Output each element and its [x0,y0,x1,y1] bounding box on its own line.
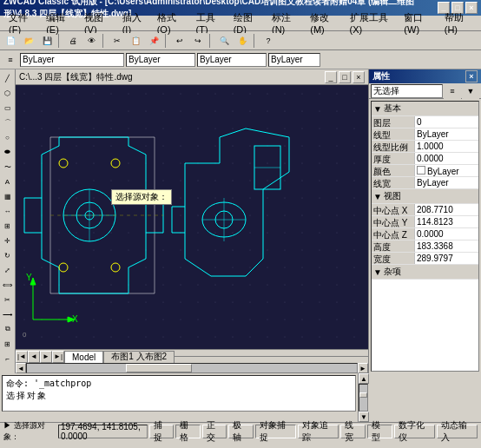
props-row-layer: 图层 0 [372,116,478,128]
props-val-cy[interactable]: 114.8123 [415,216,478,227]
draw-rotate[interactable]: ↻ [1,248,15,262]
status-tablet[interactable]: 数字化仪 [394,425,435,438]
props-val-ltscale[interactable]: 1.0000 [415,141,478,152]
draw-fillet[interactable]: ⌐ [1,352,15,366]
help-button[interactable]: ? [260,33,277,49]
tab-last[interactable]: ►| [52,351,64,363]
scroll-right[interactable]: ► [358,363,368,373]
color-select[interactable]: ByLayer [126,53,195,67]
command-area[interactable]: 命令: '_matchprop 选 择 对 象 [2,375,356,412]
props-toolbar: 无选择 ≡ ▼ [369,83,481,99]
scroll-up[interactable]: ▲ [359,373,369,384]
props-val-width[interactable]: 289.9797 [415,253,478,264]
props-val-height[interactable]: 183.3368 [415,240,478,252]
props-val-lw[interactable]: ByLayer [415,177,478,188]
draw-arc[interactable]: ⌒ [1,115,15,129]
status-model[interactable]: 模型 [367,425,392,438]
tab-prev[interactable]: ◄ [28,351,40,363]
draw-poly[interactable]: ⬡ [1,86,15,100]
tab-next[interactable]: ► [40,351,52,363]
cad-canvas[interactable]: X Y 0 选择源对象： [16,85,368,349]
print-button[interactable]: 🖨 [64,33,82,49]
props-val-thickness[interactable]: 0.0000 [415,153,478,164]
props-val-linetype[interactable]: ByLayer [415,128,478,140]
scroll-left[interactable]: ◄ [16,363,26,373]
draw-scale[interactable]: ⤢ [1,263,15,277]
vscroll-track[interactable] [359,384,368,412]
vscroll-thumb[interactable] [359,392,367,398]
open-button[interactable]: 📂 [20,33,37,49]
status-otrack[interactable]: 对象追踪 [298,425,339,438]
props-view-header[interactable]: ▼ 视图 [372,189,478,204]
sep4 [209,34,213,48]
props-toggle[interactable]: ▼ [462,83,479,99]
draw-array[interactable]: ⊞ [1,337,15,351]
linetype-select[interactable]: ByLayer [197,53,267,67]
draw-text[interactable]: A [1,175,15,188]
draw-move[interactable]: ✛ [1,234,15,247]
props-misc-header[interactable]: ▼ 杂项 [372,265,478,280]
status-snap[interactable]: 捕捉 [149,425,175,438]
status-dynin[interactable]: 动态输入 [437,425,478,438]
zoom-button[interactable]: 🔍 [215,33,233,49]
tab-model[interactable]: Model [64,351,103,363]
status-ortho[interactable]: 正交 [202,425,227,438]
props-val-cx[interactable]: 208.7710 [415,204,478,215]
undo-button[interactable]: ↩ [171,33,188,49]
menu-ext[interactable]: 扩展工具(X) [345,10,399,36]
draw-ellipse[interactable]: ⬬ [1,145,15,159]
props-misc-collapse-icon: ▼ [373,267,382,277]
props-select[interactable]: 无选择 [371,84,443,98]
preview-button[interactable]: 👁 [82,33,100,49]
tab-layout1[interactable]: 布图1 入布图2 [103,351,175,363]
draw-dim[interactable]: ↔ [1,204,15,218]
command-section: 命令: '_matchprop 选 择 对 象 ▲ ▼ [0,373,481,422]
main-area: ╱ ⬡ ▭ ⌒ ○ ⬬ 〜 A ▦ ↔ ⊞ ✛ ↻ ⤢ ⟺ ✂ ⟶ ⧉ ⊞ ⌐ … [0,69,481,373]
canvas-minimize[interactable]: _ [325,71,337,83]
draw-rect[interactable]: ▭ [1,101,15,115]
status-polar[interactable]: 极轴 [228,425,254,438]
draw-line[interactable]: ╱ [1,71,15,85]
menu-modify[interactable]: 修改(M) [305,10,344,36]
lineweight-select[interactable]: ByLayer [268,53,320,67]
props-val-color[interactable]: ByLayer [415,165,478,176]
sep2 [102,34,106,48]
status-grid[interactable]: 栅格 [175,425,201,438]
cut-button[interactable]: ✂ [109,33,126,49]
tab-first[interactable]: |◄ [16,351,28,363]
save-button[interactable]: 💾 [38,33,56,49]
layer-btn[interactable]: ≡ [2,52,19,68]
props-key-linetype: 线型 [372,128,415,140]
draw-circle[interactable]: ○ [1,130,15,144]
status-lw[interactable]: 线宽 [340,425,366,438]
status-osnap[interactable]: 对象捕捉 [255,425,296,438]
draw-mirror[interactable]: ⟺ [1,278,15,292]
canvas-restore[interactable]: □ [339,71,351,83]
props-misc-label: 杂项 [384,266,401,278]
svg-text:Y: Y [26,273,32,282]
hscroll-track[interactable] [26,363,358,373]
draw-hatch[interactable]: ▦ [1,189,15,203]
draw-extend[interactable]: ⟶ [1,307,15,321]
canvas-close[interactable]: × [353,71,365,83]
draw-offset[interactable]: ⧉ [1,322,15,336]
menu-help[interactable]: 帮助(H) [439,10,478,36]
properties-panel: 属性 × 无选择 ≡ ▼ ▼ 基本 图层 0 线型 ByLayer [368,69,481,373]
redo-button[interactable]: ↪ [189,33,207,49]
props-val-cz[interactable]: 0.0000 [415,228,478,240]
props-close[interactable]: × [465,70,478,82]
copy-button[interactable]: 📋 [127,33,144,49]
layer-select[interactable]: ByLayer [20,53,124,67]
props-basic-collapse-icon: ▼ [373,104,382,114]
hscroll-thumb[interactable] [126,364,192,372]
draw-spline[interactable]: 〜 [1,160,15,174]
menu-window[interactable]: 窗口(W) [399,10,438,36]
pan-button[interactable]: ✋ [234,33,251,49]
new-button[interactable]: 📄 [2,33,19,49]
paste-button[interactable]: 📌 [145,33,162,49]
props-val-layer[interactable]: 0 [415,116,478,128]
draw-trim[interactable]: ✂ [1,293,15,306]
draw-block[interactable]: ⊞ [1,219,15,233]
props-basic-header[interactable]: ▼ 基本 [372,102,478,116]
props-select-all[interactable]: ≡ [444,83,461,99]
